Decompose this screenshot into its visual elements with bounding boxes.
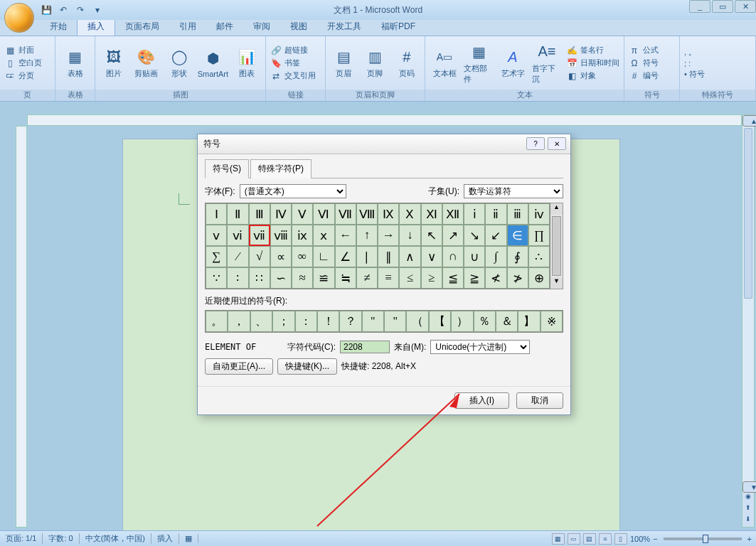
symbol-cell[interactable]: ⅴ [206,225,227,246]
tab-developer[interactable]: 开发工具 [317,18,371,36]
symbol-cell[interactable]: ≡ [378,267,399,289]
symbol-cell[interactable]: ↑ [356,225,378,246]
symbol-cell[interactable]: ∮ [507,246,528,267]
recent-symbol-cell[interactable]: ※ [541,311,563,332]
crossref-button[interactable]: ⇄交叉引用 [270,70,316,82]
save-icon[interactable]: 💾 [40,4,53,16]
smartart-button[interactable]: ⬢SmartArt [198,48,228,78]
number-button[interactable]: #编号 [629,70,659,82]
symbol-cell[interactable]: ↘ [464,225,485,246]
tab-view[interactable]: 视图 [280,18,317,36]
symbol-button[interactable]: Ω符号 [629,58,659,69]
symbol-cell[interactable]: ∑ [206,246,227,267]
symbol-cell[interactable]: ∴ [528,246,550,267]
view-web-icon[interactable]: ▤ [583,533,596,545]
symbol-cell[interactable]: → [378,225,399,246]
punct2-button[interactable]: ; : [684,59,705,68]
signature-button[interactable]: ✍签名行 [566,45,619,56]
view-outline-icon[interactable]: ≡ [599,533,612,545]
bookmark-button[interactable]: 🔖书签 [270,58,316,69]
textbox-button[interactable]: A▭文本框 [430,47,459,79]
header-button[interactable]: ▤页眉 [330,47,357,79]
status-page[interactable]: 页面: 1/1 [0,533,43,544]
scroll-down-icon[interactable]: ▼ [742,481,756,493]
from-select[interactable]: Unicode(十六进制) [430,340,530,354]
table-button[interactable]: ▦表格 [60,47,90,79]
symbol-cell[interactable]: ∏ [528,225,550,246]
dialog-titlebar[interactable]: 符号 ? ✕ [198,134,570,154]
symbol-cell[interactable]: ≈ [292,267,313,289]
equation-button[interactable]: π公式 [629,45,659,56]
maximize-button[interactable]: ▭ [712,0,733,13]
status-words[interactable]: 字数: 0 [43,533,79,544]
symbol-cell[interactable]: ∥ [378,246,399,267]
insert-button[interactable]: 插入(I) [454,392,509,409]
symbol-cell[interactable]: ≦ [442,267,464,289]
chart-button[interactable]: 📊图表 [233,47,261,79]
browse-icon[interactable]: ⬆ [742,504,754,515]
punct1-button[interactable]: , 。 [684,47,705,58]
help-button[interactable]: ? [526,137,545,150]
autocorrect-button[interactable]: 自动更正(A)... [205,358,273,375]
tab-home[interactable]: 开始 [40,18,77,36]
symbol-cell[interactable]: Ⅷ [356,203,378,225]
recent-symbol-cell[interactable]: 、 [250,311,272,332]
symbol-cell[interactable]: ≌ [313,267,334,289]
symbol-cell[interactable]: Ⅶ [335,203,356,225]
cancel-button[interactable]: 取消 [516,392,563,409]
recent-symbol-cell[interactable]: ？ [339,311,361,332]
symbol-cell[interactable]: ∠ [335,246,356,267]
symbol-cell[interactable]: ∟ [313,246,334,267]
recent-symbol-cell[interactable]: （ [406,311,428,332]
symbol-cell[interactable]: ⅸ [292,225,313,246]
symbol-cell[interactable]: ∽ [270,267,292,289]
symbol-cell[interactable]: Ⅸ [378,203,399,225]
pagenum-button[interactable]: #页码 [393,47,420,79]
zoom-slider[interactable] [664,537,742,540]
symbol-cell[interactable]: ≯ [507,267,528,289]
symbol-cell[interactable]: ⊕ [528,267,550,289]
tab-specialchars[interactable]: 特殊字符(P) [250,159,312,178]
recent-symbol-cell[interactable]: ） [451,311,473,332]
special-symbol-button[interactable]: • 符号 [684,69,705,80]
dropdown-icon[interactable]: ▾ [91,4,104,16]
hyperlink-button[interactable]: 🔗超链接 [270,45,316,56]
scroll-thumb[interactable] [744,128,752,299]
symbol-cell[interactable]: ≤ [399,267,420,289]
page-break-button[interactable]: ⮓分页 [4,70,42,82]
vertical-ruler[interactable] [16,126,27,528]
office-button[interactable] [4,3,34,33]
grid-scrollbar[interactable]: ▲ ▼ [550,203,563,289]
next-page-icon[interactable]: ⬇ [742,515,754,527]
recent-symbol-cell[interactable]: ！ [317,311,339,332]
symbol-cell[interactable]: ⅱ [485,203,506,225]
symbol-cell[interactable]: ∞ [292,246,313,267]
symbol-cell[interactable]: Ⅻ [442,203,464,225]
tab-foxit[interactable]: 福昕PDF [371,18,425,36]
symbol-cell[interactable]: ⅷ [270,225,292,246]
symbol-cell[interactable]: ∵ [206,267,227,289]
grid-scroll-down-icon[interactable]: ▼ [550,277,563,289]
recent-symbol-cell[interactable]: ； [272,311,294,332]
status-lang[interactable]: 中文(简体，中国) [80,533,151,544]
recent-symbol-cell[interactable]: ％ [474,311,496,332]
datetime-button[interactable]: 📅日期和时间 [566,58,619,69]
picture-button[interactable]: 🖼图片 [100,47,128,79]
symbol-cell[interactable]: ∨ [421,246,442,267]
prev-page-icon[interactable]: ◉ [742,493,754,504]
object-button[interactable]: ◧对象 [566,70,619,82]
symbol-cell[interactable]: Ⅳ [270,203,292,225]
wordart-button[interactable]: A艺术字 [498,47,528,79]
symbol-cell[interactable]: √ [249,246,270,267]
recent-symbol-cell[interactable]: ： [295,311,317,332]
close-button[interactable]: ✕ [735,0,756,13]
vertical-scrollbar[interactable]: ▲ ▼ ◉ ⬆ ⬇ [742,114,755,528]
tab-mailings[interactable]: 邮件 [206,18,243,36]
recent-symbol-cell[interactable]: " [384,311,406,332]
symbol-cell[interactable]: ≒ [335,267,356,289]
view-draft-icon[interactable]: ▯ [614,533,627,545]
horizontal-ruler[interactable] [27,114,742,126]
zoom-plus-icon[interactable]: + [747,535,752,543]
recent-symbol-cell[interactable]: " [362,311,384,332]
symbol-cell[interactable]: ↗ [442,225,464,246]
